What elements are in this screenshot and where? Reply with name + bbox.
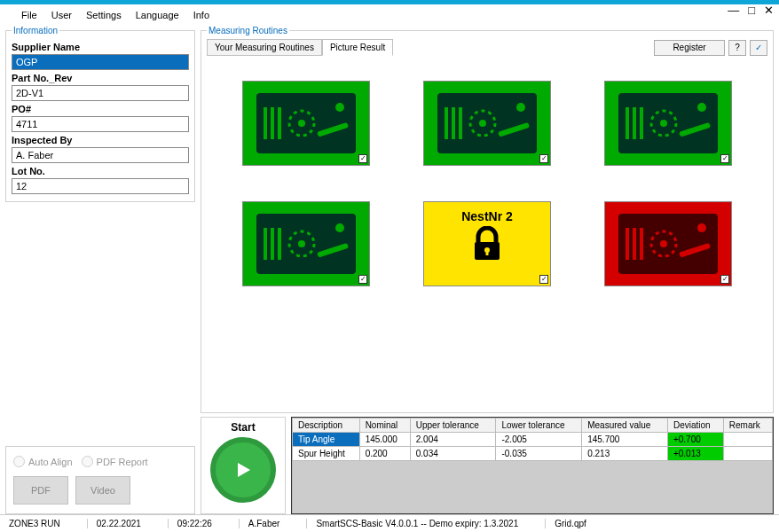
part-label: Part No._Rev	[12, 73, 189, 83]
play-icon	[232, 459, 254, 481]
svg-rect-2	[271, 107, 274, 139]
help-button[interactable]: ?	[728, 40, 746, 56]
maximize-icon[interactable]: □	[748, 4, 755, 16]
tab-your-routines[interactable]: Your Measuring Routines	[207, 39, 322, 56]
thumb-1[interactable]: ✓	[242, 81, 370, 166]
actions-panel: Auto Align PDF Report PDF Video	[5, 446, 195, 514]
autoalign-checkbox[interactable]: Auto Align	[13, 456, 73, 467]
col-desc[interactable]: Description	[293, 419, 360, 433]
menu-info[interactable]: Info	[193, 10, 209, 20]
svg-rect-37	[633, 228, 636, 260]
thumb-5[interactable]: NestNr 2 ✓	[423, 201, 551, 286]
col-nom[interactable]: Nominal	[359, 419, 410, 433]
supplier-input[interactable]	[12, 54, 189, 70]
pcb-icon	[615, 210, 721, 278]
close-icon[interactable]: ✕	[764, 4, 774, 16]
svg-point-40	[660, 240, 667, 247]
pcb-icon	[615, 90, 721, 157]
information-panel: Information Supplier Name Part No._Rev P…	[5, 26, 195, 202]
register-button[interactable]: Register	[654, 40, 725, 56]
start-label: Start	[231, 421, 255, 434]
pdfreport-checkbox[interactable]: PDF Report	[82, 456, 148, 467]
lot-label: Lot No.	[12, 166, 189, 176]
video-button[interactable]: Video	[75, 476, 130, 505]
title-bar	[0, 0, 779, 4]
svg-rect-25	[264, 228, 267, 260]
svg-point-42	[697, 223, 706, 232]
lot-input[interactable]	[12, 178, 189, 194]
pcb-icon	[434, 90, 540, 157]
status-user: A.Faber	[239, 519, 280, 528]
thumb-3[interactable]: ✓	[604, 81, 732, 166]
check-icon: ✓	[539, 275, 548, 284]
status-file: Grid.qpf	[545, 519, 586, 528]
part-input[interactable]	[12, 85, 189, 101]
svg-rect-26	[271, 228, 274, 260]
svg-point-21	[660, 120, 667, 127]
svg-point-31	[335, 223, 344, 232]
start-panel: Start	[201, 417, 286, 514]
pcb-icon	[253, 210, 359, 278]
thumb-2[interactable]: ✓	[423, 81, 551, 166]
nest-label: NestNr 2	[461, 209, 513, 223]
pdf-button[interactable]: PDF	[13, 476, 68, 505]
measuring-routines-panel: Measuring Routines Your Measuring Routin…	[201, 26, 774, 413]
svg-rect-17	[626, 107, 629, 139]
table-row[interactable]: Spur Height 0.200 0.034 -0.035 0.213 +0.…	[293, 447, 773, 461]
tab-picture-result[interactable]: Picture Result	[322, 39, 393, 56]
thumb-4[interactable]: ✓	[242, 201, 370, 286]
svg-point-5	[298, 120, 305, 127]
picture-grid: ✓ ✓ ✓ ✓ NestNr 2 ✓	[207, 56, 767, 407]
refresh-button[interactable]: ✓	[750, 40, 767, 56]
svg-rect-9	[445, 107, 448, 139]
svg-point-29	[298, 240, 305, 247]
svg-rect-3	[278, 107, 281, 139]
measuring-routines-legend: Measuring Routines	[207, 26, 289, 35]
results-table[interactable]: Description Nominal Upper tolerance Lowe…	[291, 417, 774, 514]
po-label: PO#	[12, 104, 189, 114]
status-time: 09:22:26	[168, 519, 212, 528]
svg-rect-10	[452, 107, 455, 139]
svg-rect-11	[459, 107, 462, 139]
minimize-icon[interactable]: —	[728, 4, 739, 16]
inspected-input[interactable]	[12, 147, 189, 163]
po-input[interactable]	[12, 116, 189, 132]
menu-settings[interactable]: Settings	[86, 10, 122, 20]
svg-rect-19	[640, 107, 643, 139]
lock-icon	[465, 226, 509, 262]
table-empty	[293, 461, 773, 514]
inspected-label: Inspected By	[12, 135, 189, 145]
col-mv[interactable]: Measured value	[582, 419, 668, 433]
menu-file[interactable]: File	[21, 10, 37, 20]
information-legend: Information	[12, 26, 59, 35]
pcb-icon	[253, 90, 359, 157]
status-app: SmartSCS-Basic V4.0.0.1 -- Demo expiry: …	[306, 519, 518, 528]
status-date: 02.22.2021	[87, 519, 141, 528]
check-icon: ✓	[720, 154, 729, 163]
col-ut[interactable]: Upper tolerance	[410, 419, 496, 433]
menu-bar: File User Settings Language Info	[0, 4, 779, 26]
check-icon: ✓	[720, 275, 729, 284]
svg-rect-18	[633, 107, 636, 139]
menu-language[interactable]: Language	[136, 10, 179, 20]
svg-point-23	[697, 103, 706, 112]
svg-rect-1	[264, 107, 267, 139]
svg-rect-27	[278, 228, 281, 260]
status-zone: ZONE3 RUN	[9, 519, 60, 528]
thumb-6[interactable]: ✓	[604, 201, 732, 286]
check-icon: ✓	[539, 154, 548, 163]
check-icon: ✓	[358, 275, 367, 284]
svg-point-7	[335, 103, 344, 112]
menu-user[interactable]: User	[51, 10, 72, 20]
svg-rect-36	[626, 228, 629, 260]
status-bar: ZONE3 RUN 02.22.2021 09:22:26 A.Faber Sm…	[0, 514, 779, 532]
col-dev[interactable]: Deviation	[667, 419, 723, 433]
table-row[interactable]: Tip Angle 145.000 2.004 -2.005 145.700 +…	[293, 433, 773, 447]
start-button[interactable]	[210, 437, 276, 503]
svg-rect-38	[640, 228, 643, 260]
col-rem[interactable]: Remark	[723, 419, 772, 433]
svg-point-13	[479, 120, 486, 127]
col-lt[interactable]: Lower tolerance	[496, 419, 582, 433]
svg-point-15	[516, 103, 525, 112]
check-icon: ✓	[358, 154, 367, 163]
